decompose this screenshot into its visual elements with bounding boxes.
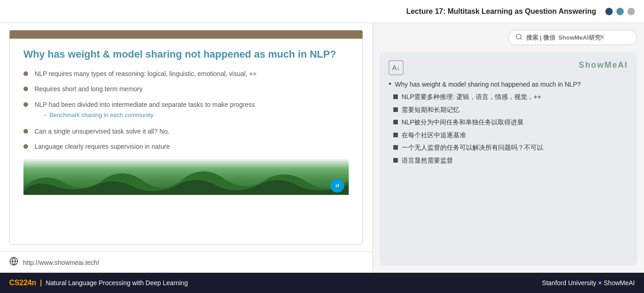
right-panel: A↓ ShowMeAI • Why has weight & model sha… xyxy=(373,23,644,273)
bullet-1: NLP requires many types of reasoning: lo… xyxy=(23,70,349,79)
salesforce-icon: sf xyxy=(335,183,339,188)
svg-line-2 xyxy=(520,38,522,40)
lecture-title: Lecture 17: Multitask Learning as Questi… xyxy=(9,7,605,16)
square-icon-5 xyxy=(393,145,398,150)
nav-dots[interactable] xyxy=(605,8,635,15)
nav-dot-3[interactable] xyxy=(627,8,635,15)
salesforce-logo: sf xyxy=(330,179,344,193)
nav-dot-1[interactable] xyxy=(605,8,613,15)
url-bar: http://www.showmeai.tech/ xyxy=(0,252,372,273)
square-icon-1 xyxy=(393,94,398,99)
bullet-dot-1 xyxy=(23,71,28,76)
search-icon xyxy=(515,33,523,42)
annotation-card: A↓ ShowMeAI • Why has weight & model sha… xyxy=(380,52,637,266)
bullet-4: Can a single unsupervised task solve it … xyxy=(23,127,349,136)
card-sub-bullet-3: NLP被分为中间任务和单独任务以取得进展 xyxy=(393,118,628,127)
slide-body: Why has weight & model sharing not happe… xyxy=(10,39,362,244)
slide-area: Why has weight & model sharing not happe… xyxy=(0,23,373,273)
search-input-wrapper[interactable] xyxy=(508,30,637,45)
bottom-left: CS224n | Natural Language Processing wit… xyxy=(9,279,188,287)
card-sub-bullet-6: 语言显然需要监督 xyxy=(393,156,628,165)
card-main-bullet: • Why has weight & model sharing not hap… xyxy=(389,81,628,88)
bullet-5-text: Language clearly requires supervision in… xyxy=(34,142,170,152)
card-sub-bullet-2: 需要短期和长期记忆 xyxy=(393,105,628,115)
slide-footer: sf xyxy=(23,158,349,195)
course-code: CS224n xyxy=(9,279,36,287)
square-icon-6 xyxy=(393,158,398,163)
bullet-dot-2 xyxy=(23,87,28,91)
top-header: Lecture 17: Multitask Learning as Questi… xyxy=(0,0,644,23)
card-sub-bullet-1: NLP需要多种推理: 逻辑，语言，情感，视觉，++ xyxy=(393,93,628,102)
search-bar xyxy=(380,30,637,45)
card-sub-bullets: NLP需要多种推理: 逻辑，语言，情感，视觉，++ 需要短期和长期记忆 NLP被… xyxy=(389,93,628,165)
bullet-dot-4 xyxy=(23,129,28,134)
slide-title: Why has weight & model sharing not happe… xyxy=(23,48,349,61)
nav-dot-2[interactable] xyxy=(616,8,624,15)
bullet-2-text: Requires short and long term memory xyxy=(34,85,143,94)
bottom-right-text: Stanford University × ShowMeAI xyxy=(542,279,635,287)
course-desc: Natural Language Processing with Deep Le… xyxy=(46,279,188,287)
card-sub-bullet-5: 一个无人监督的任务可以解决所有问题吗？不可以 xyxy=(393,143,628,152)
svg-point-1 xyxy=(516,34,521,39)
slide-bullets: NLP requires many types of reasoning: lo… xyxy=(23,70,349,152)
slide-top-bar xyxy=(10,30,362,39)
url-icon xyxy=(9,257,18,268)
annotation-icon: A↓ xyxy=(389,60,403,75)
bullet-2: Requires short and long term memory xyxy=(23,85,349,94)
square-icon-2 xyxy=(393,107,398,112)
search-input[interactable] xyxy=(526,34,604,41)
separator: | xyxy=(40,279,42,287)
square-icon-3 xyxy=(393,120,398,124)
main-content: Why has weight & model sharing not happe… xyxy=(0,23,644,273)
bullet-4-text: Can a single unsupervised task solve it … xyxy=(34,127,169,136)
bullet-1-text: NLP requires many types of reasoning: lo… xyxy=(34,70,257,79)
sub-bullets-3: → Benchmark chasing in each community xyxy=(34,111,255,119)
bottom-right: Stanford University × ShowMeAI xyxy=(542,279,635,287)
brand-name: ShowMeAI xyxy=(579,60,628,70)
card-header: A↓ ShowMeAI xyxy=(389,60,628,75)
bullet-dot-5 xyxy=(23,144,28,149)
main-bullet-marker: • xyxy=(389,80,391,88)
bottom-bar: CS224n | Natural Language Processing wit… xyxy=(0,273,644,293)
square-icon-4 xyxy=(393,133,398,137)
slide-wrapper: Why has weight & model sharing not happe… xyxy=(9,30,363,245)
url-text: http://www.showmeai.tech/ xyxy=(23,259,99,266)
bullet-dot-3 xyxy=(23,102,28,107)
bullet-3-text: NLP had been divided into intermediate a… xyxy=(34,100,255,121)
bullet-5: Language clearly requires supervision in… xyxy=(23,142,349,152)
bullet-3: NLP had been divided into intermediate a… xyxy=(23,100,349,121)
card-sub-bullet-4: 在每个社区中追逐基准 xyxy=(393,131,628,140)
sub-bullet-3-1: → Benchmark chasing in each community xyxy=(34,111,255,119)
